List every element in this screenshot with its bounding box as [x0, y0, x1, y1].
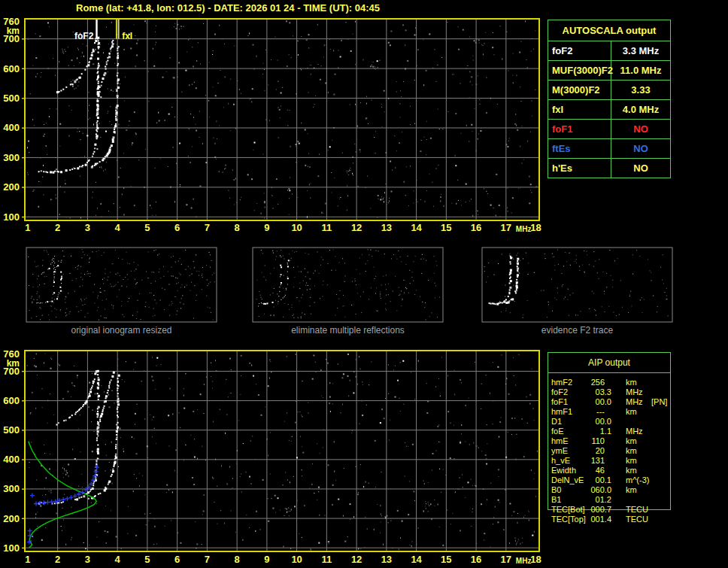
trace-dots — [56, 370, 98, 425]
aip-row-7: ymE20km — [548, 446, 675, 456]
autoscala-output-table: AUTOSCALA output foF23.3 MHzMUF(3000)F21… — [548, 20, 671, 178]
aip-row-unit: TECU — [626, 505, 648, 515]
x-tick-label: 14 — [411, 554, 422, 565]
grid-lines — [26, 20, 538, 220]
aip-row-unit: km — [626, 378, 637, 387]
x-tick-label: 4 — [115, 554, 121, 565]
autoscala-row-value: NO — [611, 120, 670, 138]
autoscala-row-0: foF23.3 MHz — [548, 41, 670, 61]
trace-dots — [50, 260, 62, 302]
autoscala-row-6: h'EsNO — [548, 159, 670, 178]
aip-row-label: B0 — [551, 485, 561, 495]
aip-row-unit: MHz — [626, 387, 643, 397]
trace-dots — [97, 372, 115, 429]
axis-tick — [22, 459, 25, 460]
aip-row-label: hmF1 — [551, 407, 572, 417]
x-tick-label: 16 — [471, 222, 481, 233]
thumbnail-caption-eliminate: eliminate multiple reflections — [253, 325, 443, 336]
x-tick-label: 6 — [174, 554, 180, 565]
x-tick-label: 5 — [144, 554, 150, 565]
aip-row-11: B0060.0km — [548, 485, 675, 495]
aip-row-unit: MHz — [626, 397, 643, 407]
x-tick-label: 10 — [291, 222, 302, 233]
y-tick-label: 100 — [3, 211, 20, 223]
x-tick-label: 17 — [501, 222, 511, 233]
thumbnail-caption-original: original ionogram resized — [26, 325, 217, 336]
aip-row-9: Ewidth46km — [548, 466, 675, 475]
grid-lines — [26, 351, 538, 551]
plot-frame — [25, 351, 539, 551]
aip-row-label: D1 — [551, 417, 562, 427]
aip-row-label: B1 — [551, 495, 561, 505]
ionogram-with-profile: 760700600500400300200100km12345678910111… — [3, 348, 541, 566]
aip-row-14: TEC[Top]001.4TECU — [548, 515, 675, 524]
aip-output-rows: hmF2256kmfoF203.3MHzfoF100.0MHz[PN]hmF1-… — [548, 378, 675, 524]
autoscala-row-value: NO — [611, 159, 670, 178]
restored-height-markers — [27, 465, 99, 544]
thumbnail-panel-0 — [26, 248, 217, 322]
aip-row-label: ymE — [551, 446, 568, 456]
y-tick-label: 600 — [3, 395, 20, 406]
aip-row-13: TEC[Bot]000.7TECU — [548, 505, 675, 515]
axis-tick — [22, 488, 25, 489]
aip-row-unit: m^(-3) — [626, 475, 649, 485]
aip-row-value: 00.0 — [578, 397, 611, 407]
axis-tick — [22, 400, 25, 401]
y-tick-label: 400 — [3, 454, 20, 465]
noise-dots — [27, 20, 538, 218]
axis-tick — [22, 217, 25, 217]
axis-tick — [22, 430, 25, 430]
x-tick-label: 18 — [530, 554, 541, 565]
axis-tick — [22, 187, 25, 187]
x-tick-label: 1 — [25, 554, 30, 565]
aip-row-value: 000.7 — [578, 505, 611, 515]
aip-row-unit: km — [626, 436, 637, 446]
axis-tick — [22, 157, 25, 158]
autoscala-row-label: ftEs — [548, 139, 611, 158]
y-axis-unit: km — [7, 26, 20, 36]
noise-dots — [27, 353, 538, 550]
fxI-marker-label: fxI — [122, 31, 132, 41]
trace-dots — [38, 37, 101, 174]
x-tick-label: 13 — [381, 554, 392, 565]
x-tick-label: 14 — [411, 222, 422, 233]
axis-tick — [22, 38, 25, 39]
autoscala-row-1: MUF(3000)F211.0 MHz — [548, 61, 670, 80]
plot-frame — [25, 19, 539, 220]
autoscala-row-4: foF1NO — [548, 120, 670, 139]
x-tick-label: 1 — [25, 222, 30, 233]
y-tick-label: 200 — [3, 513, 20, 524]
electron-density-profile — [29, 442, 97, 548]
aip-row-label: h_vE — [551, 456, 570, 466]
x-tick-label: 2 — [55, 222, 60, 233]
x-tick-label: 15 — [441, 554, 451, 565]
aip-row-unit: km — [626, 456, 637, 466]
aip-row-note: [PN] — [651, 397, 667, 407]
y-tick-label: 600 — [3, 63, 20, 74]
thumbnail-noise — [256, 249, 440, 320]
y-tick-label: 100 — [3, 542, 20, 554]
autoscala-row-3: fxI4.0 MHz — [548, 100, 670, 120]
aip-row-unit: km — [626, 446, 637, 456]
aip-row-label: hmF2 — [551, 378, 572, 387]
x-tick-label: 8 — [235, 554, 240, 565]
x-tick-label: 2 — [55, 554, 60, 565]
y-tick-label: 400 — [3, 122, 20, 133]
autoscala-row-label: fxI — [548, 100, 611, 119]
y-tick-label: 500 — [3, 93, 20, 104]
autoscala-row-value: 11.0 MHz — [611, 61, 670, 80]
aip-row-value: 00.1 — [578, 475, 611, 485]
aip-row-label: foF1 — [551, 397, 568, 407]
aip-row-10: DelN_vE00.1m^(-3) — [548, 475, 675, 485]
axis-tick — [22, 98, 25, 99]
aip-row-value: 46 — [578, 466, 611, 475]
aip-row-0: hmF2256km — [548, 378, 675, 387]
aip-row-label: hmE — [551, 436, 569, 446]
trace-dots — [56, 38, 97, 93]
x-tick-label: 11 — [321, 554, 332, 565]
x-tick-label: 9 — [264, 222, 269, 233]
aip-row-value: 110 — [578, 436, 611, 446]
axis-labels: 760700600500400300200100km12345678910111… — [3, 16, 541, 234]
aip-row-value: 001.4 — [578, 515, 611, 524]
x-tick-label: 10 — [291, 554, 302, 565]
